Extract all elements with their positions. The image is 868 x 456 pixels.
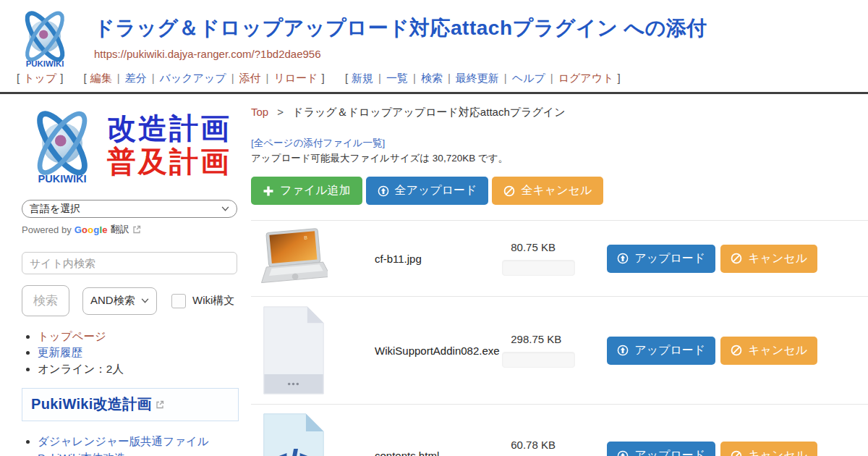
upload-button[interactable]: アップロード <box>607 245 715 273</box>
sidebar-item-core-mod[interactable]: PukiWiki本体改造 <box>38 452 125 456</box>
upload-button[interactable]: アップロード <box>607 337 715 365</box>
add-files-button[interactable]: ファイル追加 <box>251 177 362 205</box>
search-mode-select[interactable]: AND検索 <box>82 287 157 315</box>
file-row: WikiSupportAddin082.exe 298.75 KB アップロード <box>251 296 868 404</box>
separator: | <box>504 72 507 84</box>
section-title-link[interactable]: PukiWiki改造計画 <box>31 394 152 414</box>
translate-link[interactable]: 翻訳 <box>111 223 129 236</box>
upload-circle-icon <box>617 450 629 456</box>
file-row: B cf-b11.jpg 80.75 KB <box>251 220 868 296</box>
bracket: ] <box>617 72 620 84</box>
separator: | <box>550 72 553 84</box>
nav-item-list[interactable]: 一覧 <box>386 72 408 84</box>
powered-by-label: Powered by <box>22 224 72 235</box>
chevron-down-icon <box>141 298 149 303</box>
separator: | <box>152 72 155 84</box>
pukiwiki-logo-icon: PUKIWIKI <box>22 104 103 185</box>
file-name: contents.html <box>341 449 502 456</box>
ban-icon <box>731 345 742 356</box>
pukiwiki-logo-text: PUKIWIKI <box>38 173 86 185</box>
bracket: ] <box>322 72 325 84</box>
pukiwiki-logo-text: PUKIWIKI <box>26 59 64 68</box>
sidebar: PUKIWIKI 改造計画 普及計画 言語を選択 Powered by Goog… <box>0 94 250 456</box>
list-item: オンライン：2人 <box>38 361 238 377</box>
file-size: 60.78 KB <box>502 439 600 451</box>
list-item: トップページ <box>38 329 238 345</box>
bracket: [ <box>84 72 87 84</box>
page-url-link[interactable]: https://pukiwiki.dajya-ranger.com/?1bd2d… <box>94 48 321 60</box>
site-search-input[interactable] <box>22 252 237 274</box>
nav-item-help[interactable]: ヘルプ <box>512 72 545 84</box>
breadcrumb-current: ドラッグ＆ドロップアップロード対応attachプラグイン <box>292 106 565 118</box>
file-row: </> contents.html 60.78 KB アップロード <box>251 404 868 456</box>
file-size: 80.75 KB <box>502 241 600 253</box>
upload-circle-icon <box>617 345 629 356</box>
nav-item-reload[interactable]: リロード <box>273 72 318 84</box>
upload-button[interactable]: アップロード <box>607 442 715 456</box>
nav-item-top[interactable]: トップ <box>23 72 56 84</box>
separator: | <box>413 72 416 84</box>
nav-item-logout[interactable]: ログアウト <box>558 72 614 84</box>
upload-circle-icon <box>378 185 389 197</box>
bracket: ] <box>60 72 63 84</box>
max-upload-size-text: アップロード可能最大ファイルサイズは 30,720KB です。 <box>251 152 868 165</box>
wiki-syntax-checkbox[interactable] <box>171 294 186 308</box>
all-pages-attach-list-link[interactable]: [全ページの添付ファイル一覧] <box>251 137 385 150</box>
banner-fukyuu: 普及計画 <box>107 145 231 178</box>
list-item: PukiWiki本体改造 <box>38 450 238 456</box>
sidebar-item-history[interactable]: 更新履歴 <box>38 346 82 358</box>
external-link-icon <box>156 400 164 409</box>
language-select[interactable]: 言語を選択 <box>22 200 237 218</box>
page-title: ドラッグ＆ドロップアップロード対応attachプラグイン への添付 <box>94 14 707 42</box>
google-translate-credit: Powered by Google 翻訳 <box>22 223 238 236</box>
ban-icon <box>731 253 742 264</box>
cancel-all-button[interactable]: 全キャンセル <box>492 177 603 205</box>
nav-item-recent[interactable]: 最終更新 <box>456 72 499 84</box>
code-file-icon: </> <box>258 410 328 456</box>
bracket: [ <box>345 72 348 84</box>
breadcrumb: Top > ドラッグ＆ドロップアップロード対応attachプラグイン <box>251 106 868 119</box>
nav-item-edit[interactable]: 編集 <box>90 72 112 84</box>
upload-progress-bar <box>502 260 575 276</box>
nav-item-backup[interactable]: バックアップ <box>160 72 226 84</box>
search-mode-value: AND検索 <box>90 294 135 308</box>
sidebar-links-bottom: ダジャレンジャー版共通ファイル PukiWiki本体改造 PukiWikiテキス… <box>22 434 238 456</box>
laptop-photo-thumbnail: B <box>258 227 328 290</box>
top-navbar: [トップ] [編集|差分|バックアップ|添付|リロード] [新規|一覧|検索|最… <box>0 69 868 94</box>
banner-kaizou: 改造計画 <box>107 111 231 145</box>
page-header: PUKIWIKI ドラッグ＆ドロップアップロード対応attachプラグイン への… <box>0 0 868 69</box>
nav-group-site: [新規|一覧|検索|最終更新|ヘルプ|ログアウト] <box>341 72 624 84</box>
breadcrumb-separator: > <box>277 106 284 118</box>
sidebar-links-top: トップページ 更新履歴 オンライン：2人 <box>22 329 238 377</box>
breadcrumb-home-link[interactable]: Top <box>251 106 268 118</box>
ban-icon <box>731 450 742 456</box>
upload-toolbar: ファイル追加 全アップロード 全キャンセル <box>251 177 868 205</box>
sidebar-item-common-files[interactable]: ダジャレンジャー版共通ファイル <box>38 435 209 447</box>
pukiwiki-logo-icon: PUKIWIKI <box>13 6 77 69</box>
sidebar-banner: PUKIWIKI 改造計画 普及計画 <box>22 104 238 185</box>
search-controls: 検索 AND検索 Wiki構文 <box>22 285 238 316</box>
separator: | <box>117 72 120 84</box>
sidebar-item-toppage[interactable]: トップページ <box>38 330 106 342</box>
cancel-button[interactable]: キャンセル <box>720 337 817 365</box>
nav-item-new[interactable]: 新規 <box>352 72 373 84</box>
file-size: 298.75 KB <box>502 333 600 345</box>
upload-all-button[interactable]: 全アップロード <box>366 177 489 205</box>
cancel-button[interactable]: キャンセル <box>720 442 817 456</box>
file-name: WikiSupportAddin082.exe <box>341 345 502 357</box>
list-item: ダジャレンジャー版共通ファイル <box>38 434 238 449</box>
nav-group-page: [編集|差分|バックアップ|添付|リロード] <box>80 72 328 84</box>
sidebar-section-heading: PukiWiki改造計画 <box>22 388 239 421</box>
separator: | <box>448 72 451 84</box>
wiki-syntax-label: Wiki構文 <box>192 294 234 308</box>
nav-item-attach[interactable]: 添付 <box>239 72 261 84</box>
search-button[interactable]: 検索 <box>22 285 69 316</box>
nav-item-search[interactable]: 検索 <box>421 72 443 84</box>
chevron-down-icon <box>221 206 229 211</box>
list-item: 更新履歴 <box>38 345 238 360</box>
plus-icon <box>263 185 274 197</box>
cancel-button[interactable]: キャンセル <box>720 245 817 273</box>
upload-progress-bar <box>502 352 575 368</box>
language-select-value: 言語を選択 <box>30 203 80 216</box>
nav-item-diff[interactable]: 差分 <box>125 72 147 84</box>
